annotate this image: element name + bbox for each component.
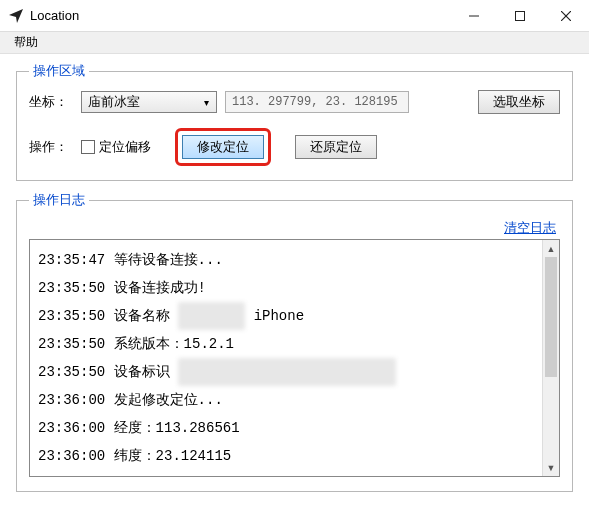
offset-checkbox-label[interactable]: 定位偏移 <box>81 138 151 156</box>
close-button[interactable] <box>543 0 589 32</box>
minimize-button[interactable] <box>451 0 497 32</box>
place-combobox-value: 庙前冰室 <box>88 93 198 111</box>
coord-label: 坐标： <box>29 93 73 111</box>
maximize-button[interactable] <box>497 0 543 32</box>
scrollbar[interactable]: ▲ ▼ <box>542 240 559 476</box>
svg-rect-1 <box>516 11 525 20</box>
place-combobox[interactable]: 庙前冰室 ▾ <box>81 91 217 113</box>
titlebar: Location <box>0 0 589 32</box>
action-label: 操作： <box>29 138 73 156</box>
logs-legend: 操作日志 <box>29 191 89 209</box>
scroll-down-icon[interactable]: ▼ <box>543 459 559 476</box>
offset-checkbox[interactable] <box>81 140 95 154</box>
scroll-up-icon[interactable]: ▲ <box>543 240 559 257</box>
menu-help[interactable]: 帮助 <box>8 33 44 51</box>
restore-location-button[interactable]: 还原定位 <box>295 135 377 159</box>
modify-location-button[interactable]: 修改定位 <box>182 135 264 159</box>
pick-coord-button[interactable]: 选取坐标 <box>478 90 560 114</box>
chevron-down-icon: ▾ <box>198 97 214 108</box>
coord-readonly-field: 113. 297799, 23. 128195 <box>225 91 409 113</box>
scroll-thumb[interactable] <box>545 257 557 377</box>
offset-text: 定位偏移 <box>99 138 151 156</box>
window-title: Location <box>30 8 79 23</box>
menubar: 帮助 <box>0 32 589 54</box>
operation-area-legend: 操作区域 <box>29 62 89 80</box>
location-arrow-icon <box>8 8 24 24</box>
logs-group: 操作日志 清空日志 23:35:47 等待设备连接... 23:35:50 设备… <box>16 191 573 492</box>
clear-log-link[interactable]: 清空日志 <box>504 219 556 237</box>
tutorial-highlight: 修改定位 <box>175 128 271 166</box>
log-textarea[interactable]: 23:35:47 等待设备连接... 23:35:50 设备连接成功! 23:3… <box>29 239 560 477</box>
operation-area-group: 操作区域 坐标： 庙前冰室 ▾ 113. 297799, 23. 128195 … <box>16 62 573 181</box>
coord-value: 113. 297799, 23. 128195 <box>232 95 398 109</box>
